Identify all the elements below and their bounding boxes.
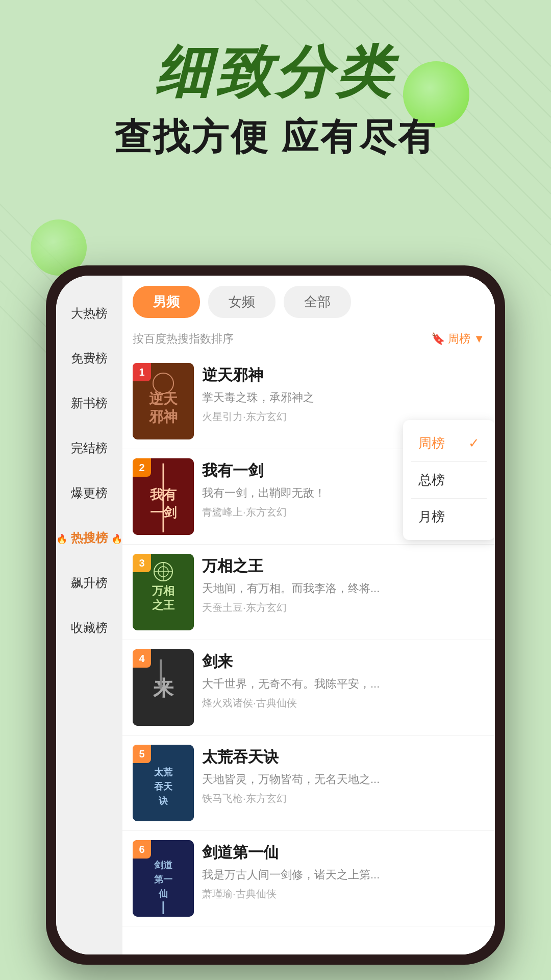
sort-bar: 按百度热搜指数排序 🔖 周榜 ▼ bbox=[122, 326, 495, 354]
book-item-3[interactable]: 万相 之王 3 万相之王 bbox=[122, 545, 495, 640]
sidebar-item-free[interactable]: 免费榜 bbox=[56, 336, 122, 381]
main-content: 男频 女频 全部 按百度热搜指数排序 🔖 周榜 ▼ bbox=[122, 276, 495, 954]
sidebar-item-explosive[interactable]: 爆更榜 bbox=[56, 471, 122, 516]
book-desc-4: 大千世界，无奇不有。我陈平安，... bbox=[202, 676, 485, 692]
sidebar-item-dahot[interactable]: 大热榜 bbox=[56, 291, 122, 336]
sidebar-item-newbook[interactable]: 新书榜 bbox=[56, 381, 122, 426]
book-meta-4: 烽火戏诸侯·古典仙侠 bbox=[202, 696, 485, 710]
book-cover-wrap-3: 万相 之王 3 bbox=[133, 554, 194, 630]
check-icon: ✓ bbox=[468, 435, 480, 451]
sort-label: 按百度热搜指数排序 bbox=[133, 331, 234, 347]
svg-text:太荒: 太荒 bbox=[154, 767, 173, 777]
book-meta-5: 铁马飞枪·东方玄幻 bbox=[202, 792, 485, 805]
svg-text:吞天: 吞天 bbox=[154, 781, 173, 792]
tab-bar: 男频 女频 全部 bbox=[122, 276, 495, 326]
rank-badge-3: 3 bbox=[133, 554, 151, 572]
svg-text:万相: 万相 bbox=[152, 584, 174, 597]
book-info-5: 太荒吞天诀 天地皆灵，万物皆苟，无名天地之... 铁马飞枪·东方玄幻 bbox=[202, 745, 485, 805]
book-desc-3: 天地间，有万相。而我李洛，终将... bbox=[202, 581, 485, 597]
book-title-4: 剑来 bbox=[202, 651, 485, 672]
book-info-1: 逆天邪神 掌天毒之珠，承邪神之 火星引力·东方玄幻 bbox=[202, 363, 485, 424]
book-desc-1: 掌天毒之珠，承邪神之 bbox=[202, 390, 485, 406]
rank-badge-2: 2 bbox=[133, 458, 151, 477]
dropdown-menu: 周榜 ✓ 总榜 月榜 bbox=[403, 420, 495, 540]
book-cover-wrap-5: 太荒 吞天 诀 5 bbox=[133, 745, 194, 821]
book-item-5[interactable]: 太荒 吞天 诀 5 太荒吞天诀 天地皆灵，万物皆苟，无名天地之... 铁马飞枪·… bbox=[122, 736, 495, 831]
book-meta-3: 天蚕土豆·东方玄幻 bbox=[202, 601, 485, 615]
book-item-6[interactable]: 剑道 第一 仙 6 剑道第一仙 我是万古人间一剑修，诸天之上第... bbox=[122, 831, 495, 926]
phone-screen: 大热榜 免费榜 新书榜 完结榜 爆更榜 🔥 热搜榜 🔥 bbox=[56, 276, 495, 954]
book-cover-wrap-4: 来 4 bbox=[133, 649, 194, 726]
rank-badge-4: 4 bbox=[133, 649, 151, 668]
book-title-3: 万相之王 bbox=[202, 556, 485, 577]
flame-icon-left: 🔥 bbox=[56, 534, 67, 544]
book-cover-wrap-6: 剑道 第一 仙 6 bbox=[133, 840, 194, 917]
book-cover-wrap-1: 逆天 邪神 1 bbox=[133, 363, 194, 439]
book-meta-6: 萧瑾瑜·古典仙侠 bbox=[202, 887, 485, 901]
tab-female[interactable]: 女频 bbox=[208, 286, 276, 318]
rank-badge-1: 1 bbox=[133, 363, 151, 381]
rank-badge-6: 6 bbox=[133, 840, 151, 859]
top-section: 细致分类 查找方便 应有尽有 bbox=[0, 41, 551, 162]
main-title: 细致分类 bbox=[0, 41, 551, 103]
sidebar: 大热榜 免费榜 新书榜 完结榜 爆更榜 🔥 热搜榜 🔥 bbox=[56, 276, 122, 954]
dropdown-item-total[interactable]: 总榜 bbox=[403, 462, 495, 498]
book-info-6: 剑道第一仙 我是万古人间一剑修，诸天之上第... 萧瑾瑜·古典仙侠 bbox=[202, 840, 485, 901]
book-title-5: 太荒吞天诀 bbox=[202, 747, 485, 768]
tab-all[interactable]: 全部 bbox=[284, 286, 351, 318]
sort-dropdown-trigger[interactable]: 🔖 周榜 ▼ bbox=[431, 331, 485, 347]
dropdown-item-weekly[interactable]: 周榜 ✓ bbox=[403, 425, 495, 461]
svg-text:邪神: 邪神 bbox=[148, 409, 178, 425]
rank-badge-5: 5 bbox=[133, 745, 151, 763]
book-cover-wrap-2: 我有 一剑 2 bbox=[133, 458, 194, 535]
sidebar-item-hotsearch[interactable]: 🔥 热搜榜 🔥 bbox=[56, 516, 122, 560]
dropdown-item-monthly[interactable]: 月榜 bbox=[403, 499, 495, 535]
svg-text:剑道: 剑道 bbox=[154, 860, 173, 870]
sidebar-item-favorite[interactable]: 收藏榜 bbox=[56, 605, 122, 650]
sidebar-item-rising[interactable]: 飙升榜 bbox=[56, 560, 122, 605]
svg-text:来: 来 bbox=[153, 677, 174, 699]
svg-text:第一: 第一 bbox=[154, 874, 172, 885]
phone-frame: 大热榜 免费榜 新书榜 完结榜 爆更榜 🔥 热搜榜 🔥 bbox=[46, 265, 505, 965]
tab-male[interactable]: 男频 bbox=[133, 286, 200, 318]
svg-text:仙: 仙 bbox=[158, 889, 168, 899]
sort-dropdown-label: 周榜 bbox=[448, 331, 470, 347]
sidebar-item-complete[interactable]: 完结榜 bbox=[56, 426, 122, 471]
book-info-3: 万相之王 天地间，有万相。而我李洛，终将... 天蚕土豆·东方玄幻 bbox=[202, 554, 485, 615]
book-title-1: 逆天邪神 bbox=[202, 365, 485, 386]
svg-text:之王: 之王 bbox=[152, 599, 175, 611]
book-desc-5: 天地皆灵，万物皆苟，无名天地之... bbox=[202, 772, 485, 788]
chevron-down-icon: ▼ bbox=[473, 332, 485, 346]
book-item-4[interactable]: 来 4 剑来 大千世界，无奇不有。我陈平安，... 烽火戏诸侯·古典仙侠 bbox=[122, 640, 495, 736]
phone-container: 大热榜 免费榜 新书榜 完结榜 爆更榜 🔥 热搜榜 🔥 bbox=[46, 265, 505, 965]
bookmark-icon: 🔖 bbox=[431, 332, 445, 346]
book-desc-6: 我是万古人间一剑修，诸天之上第... bbox=[202, 867, 485, 883]
flame-icon-right: 🔥 bbox=[111, 534, 122, 544]
sub-title: 查找方便 应有尽有 bbox=[0, 113, 551, 162]
book-info-4: 剑来 大千世界，无奇不有。我陈平安，... 烽火戏诸侯·古典仙侠 bbox=[202, 649, 485, 710]
book-title-6: 剑道第一仙 bbox=[202, 842, 485, 863]
svg-text:诀: 诀 bbox=[159, 796, 168, 806]
